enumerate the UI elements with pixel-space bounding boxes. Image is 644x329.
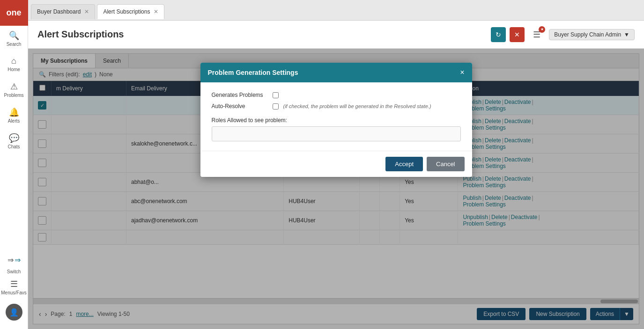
sidebar-item-label: Alerts: [8, 118, 20, 124]
user-dropdown[interactable]: Buyer Supply Chain Admin ▼: [549, 29, 635, 40]
menus-icon: ☰: [10, 279, 18, 289]
sidebar-item-label: Problems: [4, 93, 23, 98]
page-title: Alert Subscriptions: [37, 29, 491, 40]
home-icon: ⌂: [11, 56, 16, 66]
modal-close-button[interactable]: ×: [460, 68, 464, 77]
tab-alert-subscriptions[interactable]: Alert Subscriptions ✕: [97, 4, 164, 19]
modal-title: Problem Generation Settings: [208, 69, 298, 76]
main-area: Buyer Dashboard ✕ Alert Subscriptions ✕ …: [28, 0, 644, 329]
sidebar-item-label: Home: [7, 67, 20, 72]
generates-problems-label: Generates Problems: [212, 92, 268, 98]
cancel-button[interactable]: Cancel: [427, 157, 464, 171]
accept-button[interactable]: Accept: [385, 157, 423, 171]
close-button[interactable]: ✕: [510, 27, 525, 42]
menu-button[interactable]: ☰ ★: [528, 26, 545, 43]
roles-input[interactable]: [212, 126, 461, 141]
sidebar-switch-label: Switch: [7, 269, 21, 274]
refresh-button[interactable]: ↻: [491, 27, 506, 42]
sidebar-item-home[interactable]: ⌂ Home: [0, 51, 28, 77]
sidebar-item-label: Menus/Favs: [1, 290, 26, 295]
modal-overlay: Problem Generation Settings × Generates …: [28, 49, 644, 329]
sidebar-item-menus[interactable]: ☰ Menus/Favs: [0, 274, 28, 300]
modal-footer: Accept Cancel: [200, 151, 472, 177]
auto-resolve-label: Auto-Resolve: [212, 103, 268, 110]
generates-problems-checkbox[interactable]: [273, 92, 279, 98]
problems-icon: ⚠: [10, 81, 18, 92]
sidebar-item-alerts[interactable]: 🔔 Alerts: [0, 102, 28, 128]
alerts-icon: 🔔: [9, 107, 19, 117]
switch-icon2: ⇒: [15, 256, 21, 264]
sidebar-item-problems[interactable]: ⚠ Problems: [0, 77, 28, 102]
roles-section: Roles Allowed to see problem:: [212, 117, 461, 141]
problem-generation-modal: Problem Generation Settings × Generates …: [200, 63, 472, 177]
content-area: My Subscriptions Search 🔍 Filters (edit)…: [28, 49, 644, 329]
user-avatar[interactable]: 👤: [6, 304, 22, 321]
tab-close-buyer-dashboard[interactable]: ✕: [84, 8, 89, 15]
tab-bar: Buyer Dashboard ✕ Alert Subscriptions ✕: [28, 0, 644, 21]
page-header: Alert Subscriptions ↻ ✕ ☰ ★ Buyer Supply…: [28, 21, 644, 49]
sidebar: one 🔍 Search ⌂ Home ⚠ Problems 🔔 Alerts …: [0, 0, 28, 329]
sidebar-item-label: Chats: [7, 144, 20, 149]
sidebar-item-search[interactable]: 🔍 Search: [0, 26, 28, 51]
tab-buyer-dashboard[interactable]: Buyer Dashboard ✕: [31, 4, 95, 19]
sidebar-item-switch[interactable]: ⇒ ⇒: [0, 251, 28, 269]
modal-header: Problem Generation Settings ×: [200, 63, 472, 82]
chevron-down-icon: ▼: [624, 31, 629, 38]
app-logo[interactable]: one: [0, 0, 28, 26]
avatar-icon: 👤: [9, 308, 19, 317]
tab-close-alert-subscriptions[interactable]: ✕: [154, 8, 158, 15]
modal-body: Generates Problems Auto-Resolve (if chec…: [200, 82, 472, 151]
sidebar-item-chats[interactable]: 💬 Chats: [0, 128, 28, 154]
sidebar-item-label: Search: [7, 42, 22, 47]
user-name: Buyer Supply Chain Admin: [554, 31, 621, 38]
auto-resolve-checkbox[interactable]: [273, 103, 279, 110]
search-icon: 🔍: [9, 30, 19, 41]
auto-resolve-row: Auto-Resolve (if checked, the problem wi…: [212, 103, 461, 110]
roles-label: Roles Allowed to see problem:: [212, 117, 461, 124]
generates-problems-row: Generates Problems: [212, 92, 461, 98]
auto-resolve-hint: (if checked, the problem will be generat…: [283, 103, 431, 109]
notification-badge: ★: [539, 26, 545, 33]
header-actions: ↻ ✕ ☰ ★ Buyer Supply Chain Admin ▼: [491, 26, 635, 43]
switch-icon1: ⇒: [7, 256, 14, 264]
chats-icon: 💬: [9, 133, 19, 143]
